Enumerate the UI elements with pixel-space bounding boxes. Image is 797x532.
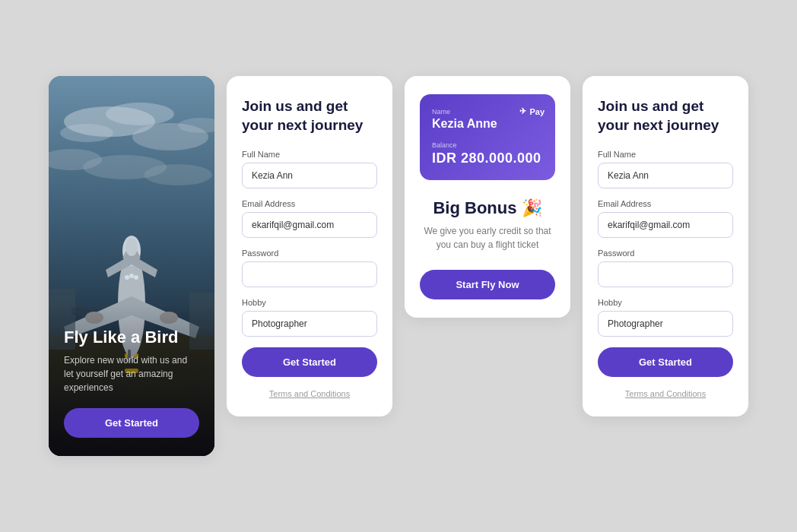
form1-email-label: Email Address bbox=[242, 199, 377, 208]
svg-point-2 bbox=[106, 103, 174, 125]
form1-fullname-label: Full Name bbox=[242, 150, 377, 159]
form1-hobby-group: Hobby bbox=[242, 298, 377, 337]
hero-headline: Fly Like a Bird bbox=[64, 328, 199, 347]
form2-fullname-group: Full Name bbox=[598, 150, 733, 188]
form2-password-label: Password bbox=[598, 249, 733, 258]
form2-hobby-input[interactable] bbox=[598, 311, 733, 337]
card-bonus: ✈ Pay Name Kezia Anne Balance IDR 280.00… bbox=[405, 76, 570, 318]
form2-fullname-label: Full Name bbox=[598, 150, 733, 159]
card-form-2: Join us and get your next journey Full N… bbox=[583, 76, 748, 416]
pay-label: Pay bbox=[529, 107, 545, 116]
form1-get-started-button[interactable]: Get Started bbox=[242, 347, 377, 377]
card-form-1: Join us and get your next journey Full N… bbox=[227, 76, 392, 416]
payment-card: ✈ Pay Name Kezia Anne Balance IDR 280.00… bbox=[420, 94, 555, 180]
form2-hobby-label: Hobby bbox=[598, 298, 733, 307]
form2-password-group: Password bbox=[598, 249, 733, 287]
form1-hobby-input[interactable] bbox=[242, 311, 377, 337]
form1-title: Join us and get your next journey bbox=[242, 97, 377, 135]
svg-point-18 bbox=[125, 275, 129, 280]
form1-email-input[interactable] bbox=[242, 212, 377, 238]
hero-get-started-button[interactable]: Get Started bbox=[64, 408, 199, 438]
payment-name: Kezia Anne bbox=[432, 117, 543, 131]
form2-get-started-button[interactable]: Get Started bbox=[598, 347, 733, 377]
svg-point-8 bbox=[144, 164, 212, 185]
form1-terms-link[interactable]: Terms and Conditions bbox=[242, 389, 377, 398]
svg-point-21 bbox=[125, 238, 138, 256]
start-fly-now-button[interactable]: Start Fly Now bbox=[420, 270, 555, 299]
form1-email-group: Email Address bbox=[242, 199, 377, 238]
main-container: Fly Like a Bird Explore new world with u… bbox=[0, 46, 797, 486]
airplane-background: Fly Like a Bird Explore new world with u… bbox=[49, 76, 214, 456]
pay-badge: ✈ Pay bbox=[519, 106, 545, 116]
form2-terms-link[interactable]: Terms and Conditions bbox=[598, 389, 733, 398]
svg-point-19 bbox=[129, 274, 134, 278]
svg-point-20 bbox=[134, 275, 138, 280]
form2-title: Join us and get your next journey bbox=[598, 97, 733, 135]
form2-fullname-input[interactable] bbox=[598, 163, 733, 188]
plane-icon: ✈ bbox=[519, 106, 526, 116]
card-overlay: Fly Like a Bird Explore new world with u… bbox=[64, 328, 199, 438]
balance-amount: IDR 280.000.000 bbox=[432, 150, 543, 166]
form1-fullname-input[interactable] bbox=[242, 163, 377, 188]
big-bonus-title: Big Bonus 🎉 bbox=[433, 198, 541, 218]
form2-email-group: Email Address bbox=[598, 199, 733, 238]
bonus-emoji: 🎉 bbox=[522, 198, 542, 217]
form1-fullname-group: Full Name bbox=[242, 150, 377, 188]
form2-hobby-group: Hobby bbox=[598, 298, 733, 337]
hero-description: Explore new world with us and let yourse… bbox=[64, 353, 199, 394]
balance-label: Balance bbox=[432, 141, 543, 149]
form1-hobby-label: Hobby bbox=[242, 298, 377, 307]
svg-point-3 bbox=[60, 124, 113, 142]
form1-password-group: Password bbox=[242, 249, 377, 287]
big-bonus-description: We give you early credit so that you can… bbox=[420, 224, 555, 252]
card-airplane: Fly Like a Bird Explore new world with u… bbox=[49, 76, 214, 456]
form2-email-label: Email Address bbox=[598, 199, 733, 208]
form2-password-input[interactable] bbox=[598, 261, 733, 287]
form2-email-input[interactable] bbox=[598, 212, 733, 238]
form1-password-label: Password bbox=[242, 249, 377, 258]
form1-password-input[interactable] bbox=[242, 261, 377, 287]
